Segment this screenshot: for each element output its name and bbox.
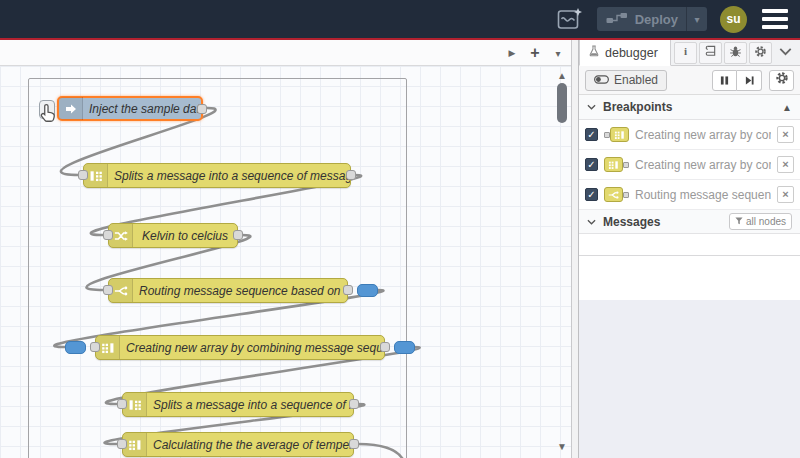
breakpoint-marker[interactable] <box>357 284 378 297</box>
pause-button[interactable] <box>712 70 737 91</box>
step-button[interactable] <box>737 70 762 91</box>
deploy-button[interactable]: Deploy ▾ <box>597 7 707 31</box>
breakpoint-marker[interactable] <box>394 341 415 354</box>
tab-debugger-label: debugger <box>605 46 658 60</box>
join-icon <box>604 157 623 172</box>
output-port[interactable] <box>343 285 353 295</box>
enabled-label: Enabled <box>614 73 658 87</box>
flow-node-join1[interactable]: Creating new array by combining message … <box>95 335 385 360</box>
breakpoint-checkbox[interactable]: ✓ <box>585 188 598 201</box>
collapse-chevron-icon <box>587 104 596 110</box>
messages-list-empty <box>579 234 800 256</box>
node-label: Routing message sequence based on condit… <box>133 284 347 298</box>
input-port[interactable] <box>117 439 127 449</box>
app-header: Deploy ▾ su <box>0 0 800 38</box>
canvas-scrollbar-thumb[interactable] <box>557 83 567 123</box>
book-icon <box>704 44 717 62</box>
input-port[interactable] <box>103 230 113 240</box>
breakpoint-row[interactable]: ✓ Creating new array by combining messag… <box>579 120 800 150</box>
messages-filter-button[interactable]: all nodes <box>729 213 792 230</box>
flow-node-switch1[interactable]: Routing message sequence based on condit… <box>108 278 348 303</box>
node-label: Splits a message into a sequence of mess… <box>108 169 350 183</box>
tab-debugger[interactable]: debugger <box>579 40 671 66</box>
debugger-settings-button[interactable] <box>769 70 794 91</box>
flow-canvas[interactable]: Inject the sample dataSplits a message i… <box>0 66 571 458</box>
breakpoint-label: Creating new array by combining message … <box>635 128 771 142</box>
inject-icon <box>59 97 83 120</box>
breakpoints-section-header[interactable]: Breakpoints ▲ <box>579 95 800 120</box>
sidebar: debugger i Enabled Breakpoints ▲ ✓ <box>579 40 800 458</box>
sidebar-gear-tab[interactable] <box>749 42 772 64</box>
output-port[interactable] <box>197 104 207 114</box>
gear-icon <box>754 44 767 62</box>
workspace-area: ▶ + ▾ Inject the sample dataSplits a mes… <box>0 40 572 458</box>
debugger-toolbar: Enabled <box>579 66 800 95</box>
canvas-scroll-up-icon[interactable]: ▲ <box>557 70 567 81</box>
flask-icon <box>588 45 600 60</box>
tab-scroll-icon[interactable]: ▶ <box>505 48 519 58</box>
input-port[interactable] <box>90 342 100 352</box>
breakpoint-marker[interactable] <box>65 341 86 354</box>
bug-icon <box>729 44 742 62</box>
messages-title: Messages <box>603 215 660 229</box>
switch-icon <box>604 187 623 202</box>
breakpoint-row[interactable]: ✓ Creating new array by combining messag… <box>579 150 800 180</box>
breakpoints-title: Breakpoints <box>603 100 672 114</box>
breakpoint-label: Routing message sequence based on condit… <box>635 188 771 202</box>
remove-breakpoint-button[interactable]: × <box>777 126 794 143</box>
sidebar-bug-tab[interactable] <box>724 42 747 64</box>
remove-breakpoint-button[interactable]: × <box>777 186 794 203</box>
breakpoint-checkbox[interactable]: ✓ <box>585 158 598 171</box>
pause-icon <box>720 71 729 89</box>
flow-list-chevron-icon[interactable]: ▾ <box>551 48 565 59</box>
chevron-down-icon <box>779 44 792 62</box>
flow-node-join2[interactable]: Calculating the the average of temperatu… <box>122 432 354 457</box>
scroll-to-top-icon[interactable]: ▲ <box>782 102 792 113</box>
sidebar-tabbar: debugger i <box>579 40 800 66</box>
output-port[interactable] <box>380 342 390 352</box>
debugger-enabled-toggle[interactable]: Enabled <box>585 70 667 91</box>
output-port[interactable] <box>349 399 359 409</box>
mini-port <box>623 192 629 198</box>
input-port[interactable] <box>117 399 127 409</box>
flow-node-inject1[interactable]: Inject the sample data <box>57 96 203 121</box>
filter-icon <box>735 216 743 227</box>
node-label: Calculating the the average of temperatu… <box>147 438 353 452</box>
add-flow-button[interactable]: + <box>528 44 542 62</box>
deploy-nodes-icon <box>606 10 628 28</box>
sidebar-resize-handle[interactable] <box>572 40 579 458</box>
messages-section-header[interactable]: Messages all nodes <box>579 210 800 234</box>
node-label: Kelvin to celcius <box>133 229 237 243</box>
flow-node-change1[interactable]: Kelvin to celcius <box>108 223 238 248</box>
input-port[interactable] <box>103 285 113 295</box>
sidebar-chevron-down-tab[interactable] <box>774 42 797 64</box>
output-port[interactable] <box>346 170 356 180</box>
main-menu-icon[interactable] <box>760 7 790 31</box>
canvas-scroll-down-icon[interactable]: ▼ <box>557 441 567 452</box>
svg-text:i: i <box>684 45 687 57</box>
inject-trigger-button[interactable] <box>39 100 55 119</box>
breakpoint-checkbox[interactable]: ✓ <box>585 128 598 141</box>
sidebar-book-tab[interactable] <box>699 42 722 64</box>
collapse-chevron-icon <box>587 219 596 225</box>
join-icon <box>610 127 629 142</box>
deploy-label: Deploy <box>635 12 678 27</box>
flow-assistant-icon[interactable] <box>556 6 584 32</box>
flow-node-split1[interactable]: Splits a message into a sequence of mess… <box>83 163 351 188</box>
node-red-app: Deploy ▾ su ▶ + ▾ Inject the sample data… <box>0 0 800 458</box>
sidebar-info-tab[interactable]: i <box>674 42 697 64</box>
flow-tabstrip: ▶ + ▾ <box>0 40 571 66</box>
remove-breakpoint-button[interactable]: × <box>777 156 794 173</box>
node-label: Splits a message into a sequence of mess… <box>147 398 353 412</box>
flow-node-split2[interactable]: Splits a message into a sequence of mess… <box>122 392 354 417</box>
breakpoint-row[interactable]: ✓ Routing message sequence based on cond… <box>579 180 800 210</box>
mini-node-icon <box>604 127 629 142</box>
mini-node-icon <box>604 187 629 202</box>
output-port[interactable] <box>349 439 359 449</box>
deploy-options-chevron-icon[interactable]: ▾ <box>687 14 707 25</box>
output-port[interactable] <box>233 230 243 240</box>
user-avatar[interactable]: su <box>720 6 747 33</box>
node-label: Inject the sample data <box>83 102 201 116</box>
filter-label: all nodes <box>746 216 786 227</box>
input-port[interactable] <box>78 170 88 180</box>
